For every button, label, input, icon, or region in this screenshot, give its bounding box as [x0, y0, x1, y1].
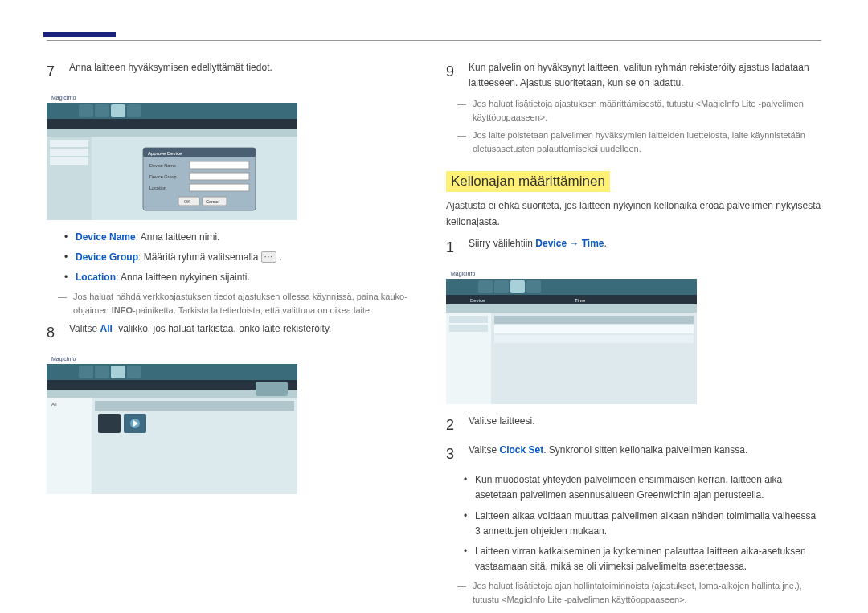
note-info-button: ― Jos haluat nähdä verkkoajastuksen tied… — [58, 290, 422, 317]
svg-text:Location: Location — [149, 186, 166, 190]
step-number: 8 — [47, 321, 59, 345]
svg-rect-53 — [526, 280, 541, 293]
svg-text:Time: Time — [575, 298, 586, 303]
term: Device Name — [76, 231, 136, 243]
bullet-device-group: Device Group: Määritä ryhmä valitsemalla… — [63, 250, 422, 265]
step-text: Anna laitteen hyväksymisen edellyttämät … — [69, 60, 422, 84]
logo-text: MagicInfo — [51, 95, 76, 101]
svg-text:Device: Device — [470, 298, 485, 303]
svg-rect-20 — [190, 173, 249, 180]
step-text: Kun palvelin on hyväksynyt laitteen, val… — [469, 60, 821, 91]
svg-rect-60 — [449, 325, 488, 332]
svg-rect-38 — [47, 398, 92, 494]
term: Location — [76, 272, 116, 283]
step-3: 3 Valitse Clock Set. Synkronoi sitten ke… — [446, 443, 821, 466]
right-column: 9 Kun palvelin on hyväksynyt laitteen, v… — [446, 60, 821, 611]
step-text: Valitse Clock Set. Synkronoi sitten kell… — [469, 443, 821, 466]
svg-rect-37 — [256, 382, 288, 396]
svg-text:OK: OK — [184, 199, 190, 204]
step-9: 9 Kun palvelin on hyväksynyt laitteen, v… — [446, 60, 821, 91]
step-number: 3 — [446, 443, 459, 466]
svg-rect-10 — [50, 140, 88, 147]
svg-rect-12 — [50, 157, 88, 165]
svg-rect-64 — [494, 335, 694, 343]
svg-rect-50 — [478, 280, 493, 293]
svg-text:All: All — [51, 402, 57, 407]
svg-rect-40 — [92, 398, 297, 494]
step-7: 7 Anna laitteen hyväksymisen edellyttämä… — [47, 60, 422, 84]
section-intro: Ajastusta ei ehkä suoriteta, jos laittee… — [446, 198, 821, 229]
svg-rect-63 — [494, 325, 694, 333]
bullet-r1: Kun muodostat yhteyden palvelimeen ensim… — [462, 472, 821, 503]
svg-rect-22 — [190, 184, 249, 191]
svg-rect-6 — [127, 104, 141, 117]
svg-rect-1 — [47, 92, 297, 103]
screenshot-approve-dialog: MagicInfo Approve Dev — [47, 92, 297, 220]
svg-rect-42 — [98, 414, 121, 433]
bullet-list-left: Device Name: Anna laitteen nimi. Device … — [63, 230, 422, 286]
step-number: 7 — [47, 60, 59, 84]
step-text: Valitse All -valikko, jos haluat tarkist… — [69, 321, 422, 345]
note-magicinfo-manual-2: ― Jos haluat lisätietoja ajan hallintato… — [457, 579, 821, 606]
dotted-button-icon: ··· — [261, 251, 276, 263]
svg-rect-11 — [50, 149, 88, 156]
step-text: Valitse laitteesi. — [469, 414, 821, 437]
note-magicinfo-manual-1: ― Jos haluat lisätietoja ajastuksen määr… — [457, 97, 821, 124]
svg-rect-62 — [494, 316, 694, 324]
section-heading-clock: Kellonajan määrittäminen — [446, 171, 610, 192]
term: Device Group — [76, 251, 138, 263]
header-accent — [43, 32, 116, 37]
svg-rect-28 — [47, 353, 297, 364]
step-text: Siirry välilehtiin Device → Time. — [469, 236, 821, 260]
svg-rect-5 — [111, 104, 125, 117]
svg-rect-34 — [127, 366, 141, 378]
step-number: 2 — [446, 414, 459, 437]
svg-rect-18 — [190, 161, 249, 169]
step-1: 1 Siirry välilehtiin Device → Time. — [446, 236, 821, 260]
svg-rect-8 — [47, 129, 297, 137]
screenshot-device-list: MagicInfo All — [47, 353, 297, 494]
svg-rect-4 — [95, 104, 109, 117]
svg-rect-47 — [446, 268, 697, 279]
svg-rect-41 — [95, 401, 294, 411]
svg-rect-57 — [446, 304, 697, 313]
bullet-r3: Laitteen virran katkaiseminen ja kytkemi… — [462, 544, 821, 574]
step-8: 8 Valitse All -valikko, jos haluat tarki… — [47, 321, 422, 345]
step-number: 9 — [446, 60, 459, 91]
svg-rect-32 — [95, 366, 109, 378]
bullet-location: Location: Anna laitteen nykyinen sijaint… — [63, 270, 422, 285]
svg-text:MagicInfo: MagicInfo — [51, 356, 76, 362]
svg-rect-31 — [79, 366, 93, 378]
svg-text:Cancel: Cancel — [206, 199, 219, 204]
header-rule — [47, 40, 821, 41]
bullet-list-right: Kun muodostat yhteyden palvelimeen ensim… — [462, 472, 821, 574]
svg-rect-3 — [79, 104, 93, 117]
note-device-removed: ― Jos laite poistetaan palvelimen hyväks… — [457, 129, 821, 155]
svg-rect-33 — [111, 366, 125, 378]
svg-text:Approve Device: Approve Device — [148, 151, 182, 156]
svg-rect-51 — [494, 280, 509, 293]
bullet-device-name: Device Name: Anna laitteen nimi. — [63, 230, 422, 245]
svg-rect-7 — [47, 119, 297, 129]
svg-rect-59 — [449, 316, 488, 323]
step-2: 2 Valitse laitteesi. — [446, 414, 821, 437]
svg-rect-52 — [510, 280, 525, 293]
svg-text:Device Group: Device Group — [149, 174, 177, 179]
screenshot-device-time: MagicInfo Device Time — [446, 268, 697, 404]
svg-text:Device Name: Device Name — [149, 163, 176, 168]
left-column: 7 Anna laitteen hyväksymisen edellyttämä… — [47, 60, 422, 611]
svg-text:MagicInfo: MagicInfo — [451, 271, 475, 277]
step-number: 1 — [446, 236, 459, 260]
bullet-r2: Laitteen aikaa voidaan muuttaa palvelime… — [462, 509, 821, 539]
